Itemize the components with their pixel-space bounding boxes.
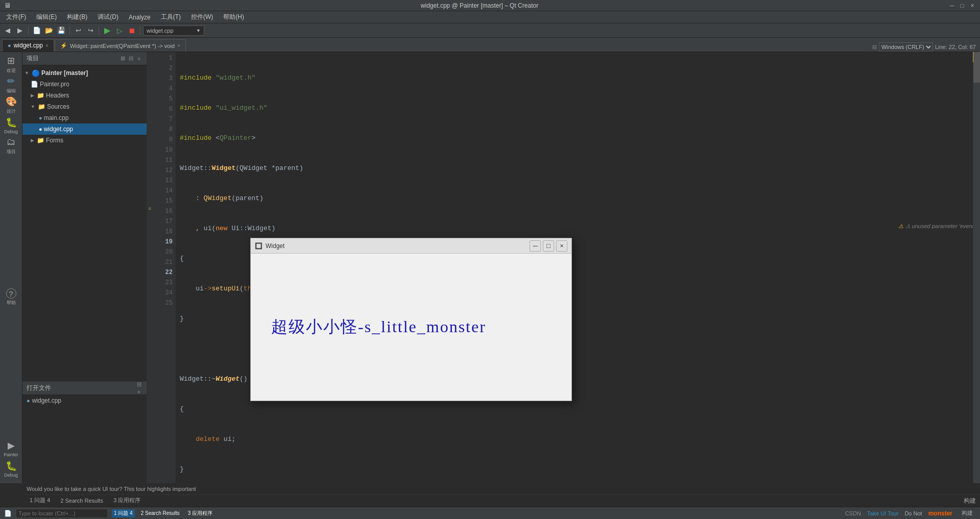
debug-run-icon: 🐛 [6, 460, 17, 472]
menu-widgets[interactable]: 控件(W) [187, 12, 217, 22]
menu-analyze[interactable]: Analyze [125, 13, 155, 22]
tree-item-main-cpp[interactable]: ● main.cpp [22, 112, 147, 123]
tree-label-forms: Forms [46, 137, 63, 144]
menu-file[interactable]: 文件(F) [2, 12, 30, 22]
status-search-badge[interactable]: 2 Search Results [139, 510, 182, 516]
toolbar-sep-3 [99, 26, 99, 35]
toolbar-new[interactable]: 📄 [31, 25, 42, 36]
sidebar-icon-welcome[interactable]: ⊞ 欢迎 [2, 55, 20, 73]
tree-item-painter-pro[interactable]: 📄 Painter.pro [22, 79, 147, 90]
tab-split-icon[interactable]: ⊟ [872, 44, 877, 51]
toolbar-undo[interactable]: ↩ [73, 25, 84, 36]
encoding-select[interactable]: Windows (CRLF) [879, 42, 933, 52]
ln-20: 20 [158, 247, 173, 257]
expand-arrow-sources: ▼ [31, 104, 35, 109]
tree-item-forms[interactable]: ▶ 📁 Forms [22, 135, 147, 146]
sidebar-icon-design[interactable]: 🎨 设计 [2, 96, 20, 114]
sidebar-icon-debug-run[interactable]: 🐛 Debug [2, 460, 20, 478]
tree-item-widget-cpp[interactable]: ● widget.cpp [22, 123, 147, 135]
toolbar-sep-4 [140, 26, 140, 35]
folder-icon-forms: 📁 [37, 137, 44, 144]
welcome-icon: ⊞ [7, 55, 15, 66]
help-label: 帮助 [7, 300, 16, 306]
menu-help[interactable]: 帮助(H) [219, 12, 248, 22]
code-1: #include "widget.h" [180, 73, 969, 83]
maximize-button[interactable]: □ [959, 2, 966, 9]
open-files-title: 打开文件 [27, 384, 51, 392]
locate-input[interactable] [16, 509, 108, 518]
ln-15: 15 [158, 196, 173, 206]
status-tour-btn[interactable]: Take UI Tour [867, 510, 899, 516]
toolbar-btn-1[interactable]: ▶ [14, 25, 26, 36]
toolbar-stop[interactable]: ⏹ [126, 25, 137, 36]
tree-label-main-cpp: main.cpp [44, 114, 69, 121]
bottom-tab-app[interactable]: 3 应用程序 [110, 496, 144, 506]
tree-label-widget-cpp: widget.cpp [44, 126, 73, 133]
widget-close-button[interactable]: × [556, 240, 567, 252]
menu-edit[interactable]: 编辑(E) [32, 12, 61, 22]
tabbar: ● widget.cpp × ⚡ Widget::paintEvent(QPai… [0, 38, 980, 52]
minimize-button[interactable]: ─ [948, 2, 955, 9]
menu-debug[interactable]: 调试(D) [93, 12, 123, 22]
tree-item-sources[interactable]: ▼ 📁 Sources [22, 101, 147, 112]
toolbar-open[interactable]: 📂 [43, 25, 55, 36]
widget-content: 超级小小怪-s_little_monster [251, 254, 571, 401]
cpp-icon-widget: ● [39, 126, 42, 132]
widget-title-left: 🔲 Widget [255, 242, 284, 250]
toolbar-save[interactable]: 💾 [56, 25, 67, 36]
status-issues-badge[interactable]: 1 问题 4 [112, 509, 135, 517]
toolbar-redo[interactable]: ↪ [85, 25, 96, 36]
open-files-panel: 打开文件 ⊟ × ● widget.cpp [22, 381, 147, 483]
tab-close-paint-event[interactable]: × [177, 43, 180, 48]
widget-minimize-button[interactable]: ─ [530, 240, 541, 252]
open-files-btn-2[interactable]: × [135, 388, 142, 396]
toolbar-sep-1 [28, 26, 29, 35]
warning-annotation: ⚠ ⚠ unused parameter 'event' [898, 223, 975, 230]
toolbar-btn-0[interactable]: ◀ [2, 25, 13, 36]
sidebar-icon-painter[interactable]: ▶ Painter [2, 439, 20, 458]
menu-build[interactable]: 构建(B) [63, 12, 91, 22]
sidebar-icon-debug[interactable]: 🐛 Debug [2, 116, 20, 135]
ln-10: 10 [158, 145, 173, 155]
sidebar-icon-help[interactable]: ? 帮助 [2, 288, 20, 307]
ln-21: 21 [158, 257, 173, 267]
code-6: , ui(new Ui::Widget) [180, 224, 969, 234]
menubar: 文件(F) 编辑(E) 构建(B) 调试(D) Analyze 工具(T) 控件… [0, 11, 980, 23]
tree-item-painter-master[interactable]: ▼ 🔵 Painter [master] [22, 67, 147, 79]
panel-btn-2[interactable]: ⊟ [127, 55, 134, 62]
panel-btn-1[interactable]: ⊠ [119, 55, 126, 62]
tab-close-widget-cpp[interactable]: × [45, 43, 49, 48]
widget-popup[interactable]: 🔲 Widget ─ □ × 超级小小怪-s_little_monster [250, 238, 572, 401]
bottom-tab-search[interactable]: 2 Search Results [57, 497, 106, 506]
toolbar: ◀ ▶ 📄 📂 💾 ↩ ↪ ▶ ▷ ⏹ widget.cpp ▼ [0, 23, 980, 38]
bottom-right-icon[interactable]: 构建 [964, 497, 976, 505]
tab-widget-cpp[interactable]: ● widget.cpp × [2, 39, 54, 52]
ln-22: 22 [158, 267, 173, 278]
panel-btn-3[interactable]: × [135, 55, 142, 62]
status-app-badge[interactable]: 3 应用程序 [186, 509, 214, 517]
bottom-tab-issues[interactable]: 1 问题 4 [27, 496, 53, 506]
scrollbar-thumb[interactable] [973, 52, 980, 83]
close-button[interactable]: × [969, 2, 976, 9]
bottom-icons: ▶ Painter 🐛 Debug [2, 439, 20, 480]
status-no-btn[interactable]: Do Not [904, 510, 922, 516]
toolbar-build-run[interactable]: ▶ [102, 25, 113, 36]
file-dropdown[interactable]: widget.cpp ▼ [143, 26, 204, 36]
scrollbar-track[interactable] [973, 52, 980, 483]
tab-paint-event[interactable]: ⚡ Widget::paintEvent(QPaintEvent *) -> v… [55, 39, 186, 52]
ln-1: 1 [158, 53, 173, 63]
toolbar-sep-2 [69, 26, 70, 35]
line-numbers: 1 2 3 4 5 6 7 8 9 10 11 12 13 14 15 16 1… [155, 52, 176, 483]
ln-24: 24 [158, 288, 173, 298]
open-files-btn-1[interactable]: ⊟ [135, 381, 142, 388]
status-csdn-logo: monster [928, 510, 952, 517]
warning-icon: ⚠ [898, 223, 903, 229]
open-file-widget-cpp[interactable]: ● widget.cpp [22, 395, 147, 406]
tree-item-headers[interactable]: ▶ 📁 Headers [22, 90, 147, 101]
menu-tools[interactable]: 工具(T) [157, 12, 185, 22]
toolbar-debug-run[interactable]: ▷ [114, 25, 125, 36]
widget-maximize-button[interactable]: □ [543, 240, 554, 252]
code-4: Widget::Widget(QWidget *parent) [180, 163, 969, 174]
sidebar-icon-edit[interactable]: ✏ 编辑 [2, 76, 20, 94]
sidebar-icon-projects[interactable]: 🗂 项目 [2, 137, 20, 155]
